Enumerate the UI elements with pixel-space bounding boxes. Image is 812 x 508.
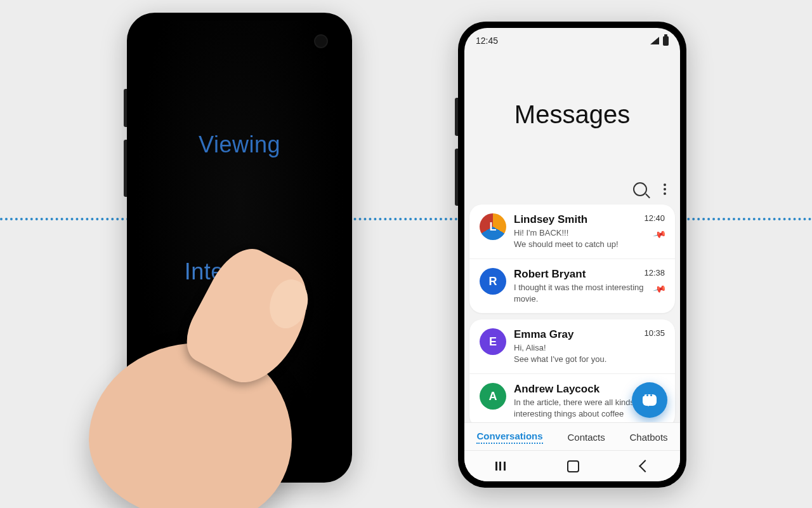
conversation-row[interactable]: R Robert Bryant I thought it was the mos… (469, 258, 675, 313)
volume-down-button[interactable] (455, 149, 458, 206)
conversation-row[interactable]: L Lindsey Smith Hi! I'm BACK!!!We should… (469, 204, 675, 258)
nav-recents-icon[interactable] (495, 462, 506, 471)
volume-down-button[interactable] (124, 140, 127, 197)
message-time: 12:38 (644, 268, 665, 277)
message-preview: Hi, Alisa!See what I've got for you. (514, 342, 665, 364)
divider-dotted-line (0, 218, 812, 220)
phone-right: 12:45 Messages L Lindsey Smith (458, 22, 686, 488)
contact-name: Lindsey Smith (514, 213, 665, 226)
search-icon[interactable] (633, 182, 647, 196)
message-preview: Hi! I'm BACK!!!We should meet to catch u… (514, 227, 665, 250)
conversation-row[interactable]: E Emma Gray Hi, Alisa!See what I've got … (469, 319, 675, 373)
contact-name: Emma Gray (514, 328, 665, 341)
phone-right-screen: 12:45 Messages L Lindsey Smith (464, 28, 680, 481)
interaction-area-label: Interaction (134, 258, 344, 285)
pinned-card: L Lindsey Smith Hi! I'm BACK!!!We should… (469, 204, 675, 313)
punch-hole-camera-icon (314, 34, 328, 48)
nav-back-icon[interactable] (639, 460, 652, 472)
android-nav-bar (464, 450, 680, 481)
contact-name: Robert Bryant (514, 268, 665, 281)
status-time: 12:45 (476, 36, 498, 46)
volume-up-button[interactable] (455, 98, 458, 136)
page-title: Messages (464, 51, 680, 178)
signal-icon (650, 37, 659, 44)
pin-icon: 📌 (652, 227, 667, 241)
avatar: R (480, 268, 506, 295)
message-preview: I thought it was the most interesting mo… (514, 282, 665, 304)
stage: Viewing Interaction 12:45 Messages (0, 0, 812, 508)
status-bar: 12:45 (464, 28, 680, 51)
more-options-icon[interactable] (664, 184, 666, 195)
compose-fab[interactable] (632, 382, 667, 418)
tab-chatbots[interactable]: Chatbots (630, 432, 668, 443)
chat-bubble-icon (643, 394, 657, 406)
pin-icon: 📌 (652, 282, 667, 296)
avatar: L (480, 213, 506, 240)
viewing-area-label: Viewing (134, 131, 344, 158)
volume-up-button[interactable] (124, 89, 127, 127)
avatar: E (480, 328, 506, 355)
phone-left: Viewing Interaction (127, 13, 352, 483)
toolbar (464, 178, 680, 204)
tab-conversations[interactable]: Conversations (476, 431, 542, 444)
message-time: 12:40 (644, 213, 665, 223)
message-time: 10:35 (644, 328, 665, 338)
tab-contacts[interactable]: Contacts (567, 432, 605, 443)
avatar: A (480, 383, 506, 410)
bottom-tabs: Conversations Contacts Chatbots (464, 422, 680, 451)
phone-left-screen: Viewing Interaction (134, 20, 344, 475)
battery-icon (663, 36, 669, 46)
nav-home-icon[interactable] (567, 460, 579, 472)
